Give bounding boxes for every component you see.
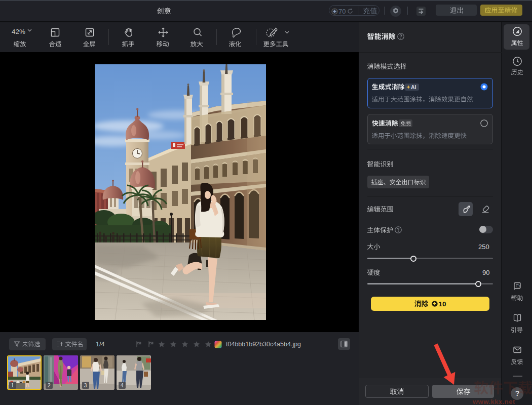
svg-text:?: ? (518, 285, 520, 288)
